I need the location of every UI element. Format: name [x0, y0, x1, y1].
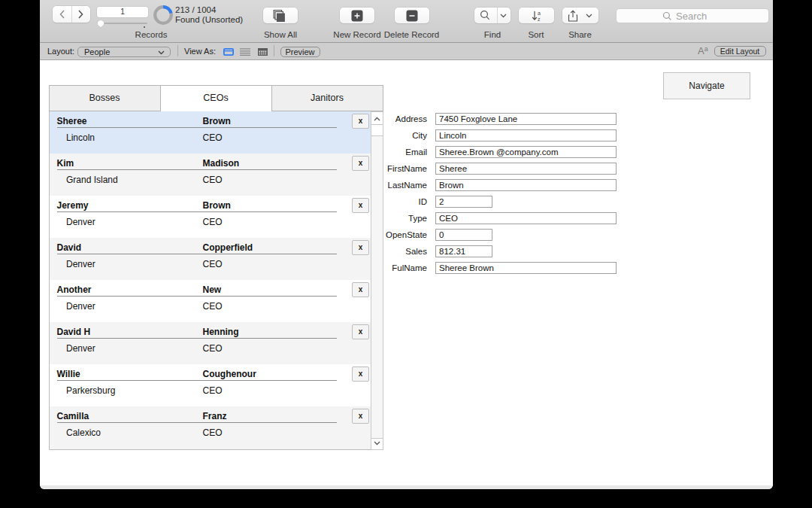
svg-text:a: a — [538, 10, 541, 15]
svg-text:z: z — [538, 16, 541, 21]
